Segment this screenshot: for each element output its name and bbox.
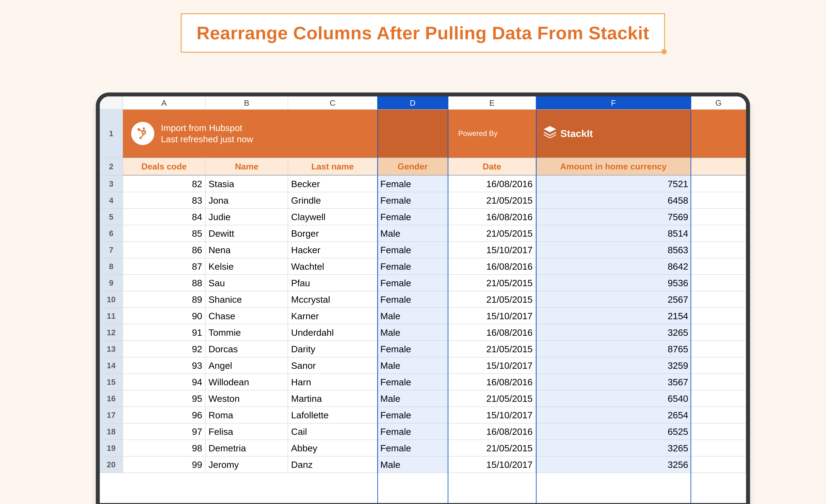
cell-date[interactable]: 16/08/2016 (448, 176, 536, 192)
cell-name[interactable]: Chase (205, 308, 288, 324)
cell-deals-code[interactable]: 92 (123, 341, 205, 357)
cell-name[interactable]: Judie (205, 209, 288, 225)
cell-deals-code[interactable]: 91 (123, 324, 205, 341)
row-number[interactable]: 5 (100, 209, 123, 225)
cell-deals-code[interactable]: 97 (123, 424, 205, 440)
cell-last-name[interactable]: Hacker (288, 242, 377, 258)
cell-amount[interactable]: 2654 (536, 407, 691, 424)
cell-last-name[interactable]: Lafollette (288, 407, 377, 424)
cell-empty-g[interactable] (691, 390, 746, 407)
cell-empty-g[interactable] (691, 176, 746, 192)
cell-deals-code[interactable]: 96 (123, 407, 205, 424)
cell-name[interactable]: Demetria (205, 440, 288, 456)
cell-last-name[interactable]: Becker (288, 176, 377, 192)
row-number[interactable]: 17 (100, 407, 123, 424)
cell-gender[interactable]: Female (377, 440, 448, 456)
banner-col-f[interactable]: StackIt (536, 110, 691, 158)
banner-col-g[interactable] (691, 110, 746, 158)
column-header-a[interactable]: A (123, 97, 205, 110)
banner-col-d[interactable] (377, 110, 448, 158)
row-number[interactable]: 6 (100, 225, 123, 242)
cell-name[interactable]: Nena (205, 242, 288, 258)
cell-name[interactable]: Dorcas (205, 341, 288, 357)
cell-gender[interactable]: Male (377, 390, 448, 407)
cell-amount[interactable]: 6525 (536, 424, 691, 440)
cell-last-name[interactable]: Borger (288, 225, 377, 242)
cell-last-name[interactable]: Mccrystal (288, 291, 377, 308)
cell-deals-code[interactable]: 87 (123, 258, 205, 275)
cell-gender[interactable]: Female (377, 258, 448, 275)
cell-amount[interactable]: 3265 (536, 440, 691, 456)
column-header-d[interactable]: D (377, 97, 448, 110)
cell-empty-g[interactable] (691, 258, 746, 275)
cell-last-name[interactable]: Cail (288, 424, 377, 440)
cell-last-name[interactable]: Karner (288, 308, 377, 324)
row-number[interactable]: 12 (100, 324, 123, 341)
cell-empty-g[interactable] (691, 407, 746, 424)
cell-empty-g[interactable] (691, 424, 746, 440)
cell-gender[interactable]: Male (377, 357, 448, 374)
cell-amount[interactable]: 6458 (536, 192, 691, 209)
header-deals-code[interactable]: Deals code (123, 158, 205, 176)
cell-date[interactable]: 15/10/2017 (448, 407, 536, 424)
cell-deals-code[interactable]: 82 (123, 176, 205, 192)
row-number[interactable]: 19 (100, 440, 123, 456)
cell-last-name[interactable]: Martina (288, 390, 377, 407)
cell-name[interactable]: Angel (205, 357, 288, 374)
cell-gender[interactable]: Female (377, 407, 448, 424)
row-number[interactable]: 16 (100, 390, 123, 407)
cell-last-name[interactable]: Sanor (288, 357, 377, 374)
cell-empty-g[interactable] (691, 374, 746, 390)
cell-date[interactable]: 16/08/2016 (448, 374, 536, 390)
cell-last-name[interactable]: Grindle (288, 192, 377, 209)
cell-amount[interactable]: 8514 (536, 225, 691, 242)
cell-name[interactable]: Willodean (205, 374, 288, 390)
cell-date[interactable]: 15/10/2017 (448, 242, 536, 258)
row-number-1[interactable]: 1 (100, 110, 123, 158)
header-last-name[interactable]: Last name (288, 158, 377, 176)
cell-amount[interactable]: 3259 (536, 357, 691, 374)
cell-last-name[interactable]: Pfau (288, 275, 377, 291)
column-header-f[interactable]: F (536, 97, 691, 110)
row-number[interactable]: 13 (100, 341, 123, 357)
cell-amount[interactable]: 2154 (536, 308, 691, 324)
cell-last-name[interactable]: Danz (288, 456, 377, 473)
row-number[interactable]: 10 (100, 291, 123, 308)
cell-empty-g[interactable] (691, 192, 746, 209)
header-gender[interactable]: Gender (377, 158, 448, 176)
cell-gender[interactable]: Female (377, 341, 448, 357)
cell-date[interactable]: 16/08/2016 (448, 209, 536, 225)
import-banner-left[interactable]: Import from Hubspot Last refreshed just … (123, 110, 377, 158)
column-header-b[interactable]: B (205, 97, 288, 110)
cell-amount[interactable]: 8765 (536, 341, 691, 357)
cell-amount[interactable]: 3256 (536, 456, 691, 473)
row-number[interactable]: 18 (100, 424, 123, 440)
spreadsheet-grid[interactable]: A B C D E F G 1 Import from Hubspot Last… (100, 97, 746, 503)
header-name[interactable]: Name (205, 158, 288, 176)
cell-date[interactable]: 16/08/2016 (448, 258, 536, 275)
cell-empty-g[interactable] (691, 209, 746, 225)
cell-deals-code[interactable]: 88 (123, 275, 205, 291)
cell-empty-g[interactable] (691, 225, 746, 242)
cell-date[interactable]: 15/10/2017 (448, 456, 536, 473)
row-number[interactable]: 14 (100, 357, 123, 374)
cell-deals-code[interactable]: 89 (123, 291, 205, 308)
cell-last-name[interactable]: Abbey (288, 440, 377, 456)
cell-name[interactable]: Stasia (205, 176, 288, 192)
cell-deals-code[interactable]: 94 (123, 374, 205, 390)
cell-date[interactable]: 15/10/2017 (448, 308, 536, 324)
cell-amount[interactable]: 8642 (536, 258, 691, 275)
cell-name[interactable]: Kelsie (205, 258, 288, 275)
cell-date[interactable]: 21/05/2015 (448, 275, 536, 291)
row-number[interactable]: 7 (100, 242, 123, 258)
header-empty-g[interactable] (691, 158, 746, 176)
cell-gender[interactable]: Male (377, 308, 448, 324)
cell-date[interactable]: 21/05/2015 (448, 291, 536, 308)
column-header-g[interactable]: G (691, 97, 746, 110)
cell-amount[interactable]: 6540 (536, 390, 691, 407)
cell-last-name[interactable]: Claywell (288, 209, 377, 225)
cell-name[interactable]: Sau (205, 275, 288, 291)
cell-gender[interactable]: Female (377, 176, 448, 192)
cell-deals-code[interactable]: 90 (123, 308, 205, 324)
cell-empty-g[interactable] (691, 456, 746, 473)
